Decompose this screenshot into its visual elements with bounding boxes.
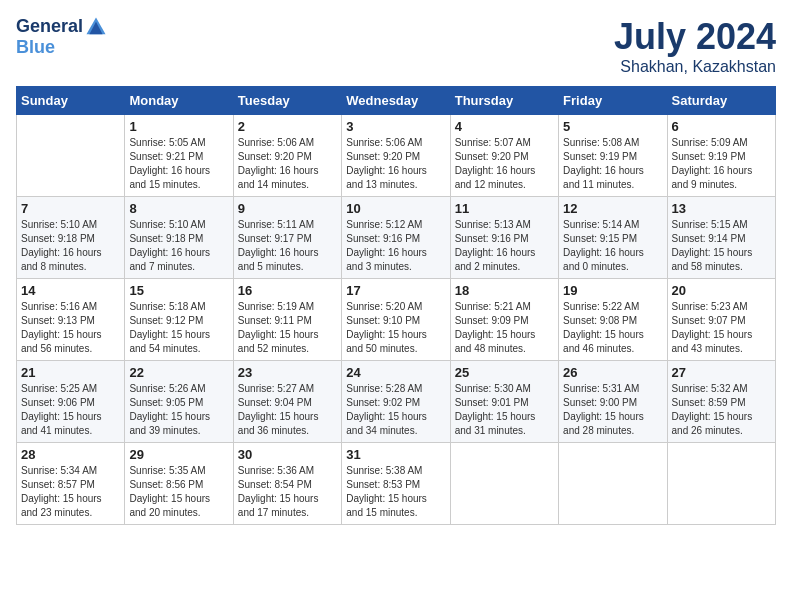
day-info: Sunrise: 5:05 AMSunset: 9:21 PMDaylight:… <box>129 136 228 192</box>
weekday-header: Tuesday <box>233 87 341 115</box>
day-number: 24 <box>346 365 445 380</box>
calendar-cell: 10Sunrise: 5:12 AMSunset: 9:16 PMDayligh… <box>342 197 450 279</box>
day-number: 1 <box>129 119 228 134</box>
day-info: Sunrise: 5:18 AMSunset: 9:12 PMDaylight:… <box>129 300 228 356</box>
day-number: 31 <box>346 447 445 462</box>
weekday-header: Monday <box>125 87 233 115</box>
title-block: July 2024 Shakhan, Kazakhstan <box>614 16 776 76</box>
weekday-header-row: SundayMondayTuesdayWednesdayThursdayFrid… <box>17 87 776 115</box>
calendar-cell: 27Sunrise: 5:32 AMSunset: 8:59 PMDayligh… <box>667 361 775 443</box>
day-number: 3 <box>346 119 445 134</box>
calendar-cell: 13Sunrise: 5:15 AMSunset: 9:14 PMDayligh… <box>667 197 775 279</box>
day-number: 20 <box>672 283 771 298</box>
weekday-header: Saturday <box>667 87 775 115</box>
calendar-cell: 6Sunrise: 5:09 AMSunset: 9:19 PMDaylight… <box>667 115 775 197</box>
day-info: Sunrise: 5:26 AMSunset: 9:05 PMDaylight:… <box>129 382 228 438</box>
calendar-cell: 14Sunrise: 5:16 AMSunset: 9:13 PMDayligh… <box>17 279 125 361</box>
day-info: Sunrise: 5:20 AMSunset: 9:10 PMDaylight:… <box>346 300 445 356</box>
location-title: Shakhan, Kazakhstan <box>614 58 776 76</box>
day-info: Sunrise: 5:38 AMSunset: 8:53 PMDaylight:… <box>346 464 445 520</box>
calendar-cell <box>450 443 558 525</box>
day-number: 22 <box>129 365 228 380</box>
day-number: 15 <box>129 283 228 298</box>
day-info: Sunrise: 5:10 AMSunset: 9:18 PMDaylight:… <box>21 218 120 274</box>
weekday-header: Wednesday <box>342 87 450 115</box>
day-info: Sunrise: 5:21 AMSunset: 9:09 PMDaylight:… <box>455 300 554 356</box>
weekday-header: Sunday <box>17 87 125 115</box>
calendar-cell: 16Sunrise: 5:19 AMSunset: 9:11 PMDayligh… <box>233 279 341 361</box>
calendar-cell <box>17 115 125 197</box>
day-info: Sunrise: 5:11 AMSunset: 9:17 PMDaylight:… <box>238 218 337 274</box>
calendar-week-row: 28Sunrise: 5:34 AMSunset: 8:57 PMDayligh… <box>17 443 776 525</box>
month-title: July 2024 <box>614 16 776 58</box>
calendar-cell: 8Sunrise: 5:10 AMSunset: 9:18 PMDaylight… <box>125 197 233 279</box>
day-number: 5 <box>563 119 662 134</box>
day-info: Sunrise: 5:34 AMSunset: 8:57 PMDaylight:… <box>21 464 120 520</box>
calendar-cell: 7Sunrise: 5:10 AMSunset: 9:18 PMDaylight… <box>17 197 125 279</box>
day-number: 21 <box>21 365 120 380</box>
day-number: 2 <box>238 119 337 134</box>
calendar-cell: 25Sunrise: 5:30 AMSunset: 9:01 PMDayligh… <box>450 361 558 443</box>
day-number: 30 <box>238 447 337 462</box>
calendar-week-row: 14Sunrise: 5:16 AMSunset: 9:13 PMDayligh… <box>17 279 776 361</box>
calendar-cell: 1Sunrise: 5:05 AMSunset: 9:21 PMDaylight… <box>125 115 233 197</box>
calendar-cell: 23Sunrise: 5:27 AMSunset: 9:04 PMDayligh… <box>233 361 341 443</box>
calendar-cell: 5Sunrise: 5:08 AMSunset: 9:19 PMDaylight… <box>559 115 667 197</box>
day-info: Sunrise: 5:08 AMSunset: 9:19 PMDaylight:… <box>563 136 662 192</box>
calendar-cell: 24Sunrise: 5:28 AMSunset: 9:02 PMDayligh… <box>342 361 450 443</box>
calendar-cell: 11Sunrise: 5:13 AMSunset: 9:16 PMDayligh… <box>450 197 558 279</box>
day-info: Sunrise: 5:23 AMSunset: 9:07 PMDaylight:… <box>672 300 771 356</box>
calendar-week-row: 7Sunrise: 5:10 AMSunset: 9:18 PMDaylight… <box>17 197 776 279</box>
day-info: Sunrise: 5:27 AMSunset: 9:04 PMDaylight:… <box>238 382 337 438</box>
calendar-table: SundayMondayTuesdayWednesdayThursdayFrid… <box>16 86 776 525</box>
calendar-cell: 2Sunrise: 5:06 AMSunset: 9:20 PMDaylight… <box>233 115 341 197</box>
day-number: 17 <box>346 283 445 298</box>
day-number: 28 <box>21 447 120 462</box>
calendar-cell: 22Sunrise: 5:26 AMSunset: 9:05 PMDayligh… <box>125 361 233 443</box>
calendar-cell: 4Sunrise: 5:07 AMSunset: 9:20 PMDaylight… <box>450 115 558 197</box>
calendar-cell: 20Sunrise: 5:23 AMSunset: 9:07 PMDayligh… <box>667 279 775 361</box>
calendar-cell <box>667 443 775 525</box>
calendar-cell: 17Sunrise: 5:20 AMSunset: 9:10 PMDayligh… <box>342 279 450 361</box>
calendar-cell: 26Sunrise: 5:31 AMSunset: 9:00 PMDayligh… <box>559 361 667 443</box>
calendar-cell: 28Sunrise: 5:34 AMSunset: 8:57 PMDayligh… <box>17 443 125 525</box>
day-number: 8 <box>129 201 228 216</box>
day-number: 25 <box>455 365 554 380</box>
calendar-week-row: 21Sunrise: 5:25 AMSunset: 9:06 PMDayligh… <box>17 361 776 443</box>
day-number: 9 <box>238 201 337 216</box>
day-info: Sunrise: 5:06 AMSunset: 9:20 PMDaylight:… <box>346 136 445 192</box>
day-number: 14 <box>21 283 120 298</box>
day-info: Sunrise: 5:07 AMSunset: 9:20 PMDaylight:… <box>455 136 554 192</box>
day-info: Sunrise: 5:12 AMSunset: 9:16 PMDaylight:… <box>346 218 445 274</box>
day-info: Sunrise: 5:22 AMSunset: 9:08 PMDaylight:… <box>563 300 662 356</box>
calendar-cell: 30Sunrise: 5:36 AMSunset: 8:54 PMDayligh… <box>233 443 341 525</box>
logo-subtext: Blue <box>16 38 107 58</box>
calendar-cell: 9Sunrise: 5:11 AMSunset: 9:17 PMDaylight… <box>233 197 341 279</box>
calendar-cell: 15Sunrise: 5:18 AMSunset: 9:12 PMDayligh… <box>125 279 233 361</box>
weekday-header: Thursday <box>450 87 558 115</box>
day-info: Sunrise: 5:30 AMSunset: 9:01 PMDaylight:… <box>455 382 554 438</box>
day-info: Sunrise: 5:25 AMSunset: 9:06 PMDaylight:… <box>21 382 120 438</box>
day-info: Sunrise: 5:10 AMSunset: 9:18 PMDaylight:… <box>129 218 228 274</box>
calendar-cell: 31Sunrise: 5:38 AMSunset: 8:53 PMDayligh… <box>342 443 450 525</box>
day-number: 10 <box>346 201 445 216</box>
day-info: Sunrise: 5:28 AMSunset: 9:02 PMDaylight:… <box>346 382 445 438</box>
logo-text: General <box>16 16 107 38</box>
calendar-cell <box>559 443 667 525</box>
calendar-cell: 12Sunrise: 5:14 AMSunset: 9:15 PMDayligh… <box>559 197 667 279</box>
day-info: Sunrise: 5:15 AMSunset: 9:14 PMDaylight:… <box>672 218 771 274</box>
day-info: Sunrise: 5:31 AMSunset: 9:00 PMDaylight:… <box>563 382 662 438</box>
calendar-cell: 21Sunrise: 5:25 AMSunset: 9:06 PMDayligh… <box>17 361 125 443</box>
day-number: 7 <box>21 201 120 216</box>
calendar-week-row: 1Sunrise: 5:05 AMSunset: 9:21 PMDaylight… <box>17 115 776 197</box>
calendar-cell: 29Sunrise: 5:35 AMSunset: 8:56 PMDayligh… <box>125 443 233 525</box>
day-number: 16 <box>238 283 337 298</box>
day-info: Sunrise: 5:09 AMSunset: 9:19 PMDaylight:… <box>672 136 771 192</box>
calendar-cell: 19Sunrise: 5:22 AMSunset: 9:08 PMDayligh… <box>559 279 667 361</box>
day-info: Sunrise: 5:35 AMSunset: 8:56 PMDaylight:… <box>129 464 228 520</box>
page-header: General Blue July 2024 Shakhan, Kazakhst… <box>16 16 776 76</box>
day-number: 19 <box>563 283 662 298</box>
day-info: Sunrise: 5:32 AMSunset: 8:59 PMDaylight:… <box>672 382 771 438</box>
calendar-cell: 3Sunrise: 5:06 AMSunset: 9:20 PMDaylight… <box>342 115 450 197</box>
day-number: 11 <box>455 201 554 216</box>
